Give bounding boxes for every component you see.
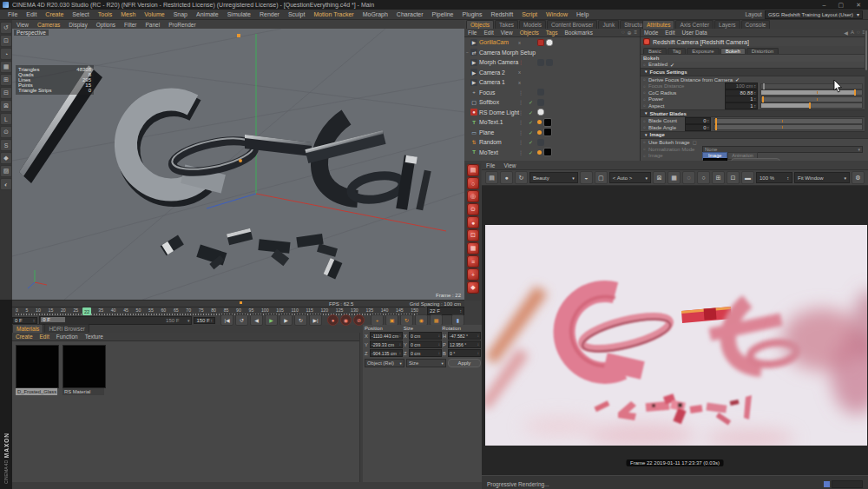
menu-item[interactable]: Character [392,11,428,17]
maximize-button[interactable]: ▢ [838,2,845,9]
visibility-dots[interactable]: ⋮ [518,139,524,145]
current-frame-marker[interactable]: 22 [82,307,91,315]
zoom-field[interactable]: 100 %↕ [756,172,792,183]
blade-count-slider[interactable] [713,118,863,124]
menu-item[interactable]: File [464,30,480,36]
attributes-scrollbar[interactable] [865,29,868,136]
object-name[interactable]: Focus [479,89,496,96]
object-tree-row[interactable]: ▢ Softbox ⋮ ✓ [464,97,640,108]
menu-item[interactable]: Motion Tracker [309,11,358,17]
viewport[interactable]: Perspective Triangles48308Quads8Lines295… [12,29,464,300]
size-field[interactable]: 0 cm↕ [409,349,442,357]
focus-marker[interactable] [237,34,240,37]
renderview-icon[interactable]: ↻ [515,171,528,184]
enabled-check-icon[interactable]: ✓ [529,129,533,135]
tool-icon[interactable]: ⊡ [0,35,12,47]
derive-checkbox[interactable]: ✓ [735,76,740,83]
object-tag-icon[interactable] [537,39,544,46]
menu-item[interactable]: MoGraph [358,11,392,17]
snapshot-select[interactable]: < Auto >▾ [609,172,651,183]
aspect-field[interactable]: 1↕ [725,102,758,109]
enabled-check-icon[interactable]: ✓ [529,149,533,155]
menu-item[interactable]: View [12,22,33,28]
tool-icon[interactable]: ◆ [0,152,12,164]
menu-item[interactable]: View [499,162,520,169]
attribute-tab[interactable]: Tag [667,48,687,54]
object-name[interactable]: GorillaCam [479,39,509,45]
object-tree-row[interactable]: ▶ Morph Camera ⋮ [464,57,640,68]
object-name[interactable]: Random [479,139,502,145]
visibility-dots[interactable]: ⋮ [518,119,524,125]
visibility-dots[interactable]: x [518,69,522,75]
playback-button[interactable]: ↻ [294,314,307,326]
tool-icon[interactable]: ◔ [0,48,12,60]
search-icon[interactable]: ◌ [621,30,625,36]
redshift-tool-icon[interactable]: ● [467,216,479,228]
attribute-tab[interactable]: Exposure [687,48,719,54]
menu-item[interactable]: Animate [192,11,223,17]
playback-button[interactable]: ▶| [309,314,322,326]
object-name[interactable]: Camera 1 [479,79,505,85]
tool-icon[interactable]: ▨ [0,165,12,177]
menu-item[interactable]: Redshift [486,11,517,17]
object-name[interactable]: Plane [479,129,494,135]
visibility-dots[interactable]: ⋮ [518,149,524,155]
object-tag-icon[interactable] [546,59,553,66]
focus-settings-header[interactable]: ▼ Focus Settings [641,68,868,76]
shutter-blades-header[interactable]: ▼ Shutter Blades [641,109,868,118]
menu-item[interactable]: File [482,162,499,169]
menu-item[interactable]: Options [92,22,120,28]
timeline-range-slider[interactable]: 0 F 150 F ▾ [39,316,192,325]
aspect-slider[interactable] [760,102,863,109]
tool-icon[interactable]: ⊞ [0,74,12,86]
panel-tab[interactable]: Takes [495,20,518,29]
redshift-tool-icon[interactable]: + [467,268,479,281]
object-name[interactable]: Camera Morph Setup [479,50,536,56]
use-bokeh-checkbox[interactable]: ◻ [693,139,697,145]
panel-tab[interactable]: Attributes [642,20,674,29]
panel-tab[interactable]: Axis Center [675,20,713,29]
viewport-camera-label[interactable]: Perspective [14,30,49,36]
renderview-icon[interactable]: ▢ [595,171,608,184]
object-tag-icon[interactable] [537,150,542,155]
lock-icon[interactable]: A [851,30,854,36]
playback-button[interactable]: ▶ [279,314,293,326]
object-tag-icon[interactable] [537,59,544,66]
record-button[interactable]: ● [327,314,339,326]
material-thumbnail[interactable] [16,345,59,388]
menu-item[interactable]: Texture [82,334,107,340]
aov-select[interactable]: Beauty▾ [529,172,578,183]
attribute-tab[interactable]: Basic [643,48,667,54]
renderview-icon[interactable]: ○ [697,171,710,184]
object-tree-row[interactable]: − ⇄ Camera Morph Setup ⋮ [464,48,640,58]
object-tag-icon[interactable] [543,148,552,156]
object-tree-row[interactable]: ⇅ Random ⋮ ✓ [464,137,640,148]
object-name[interactable]: RS Dome Light [479,109,519,116]
layout-selector[interactable]: GSG Redshift Training Layout (User)▾ [765,10,863,19]
blade-angle-slider[interactable] [713,124,863,130]
object-tree-row[interactable]: ▭ Plane ⋮ ✓ [464,128,640,138]
menu-item[interactable]: View [497,30,516,36]
tool-icon[interactable]: ⊠ [0,100,12,112]
renderview-icon[interactable]: ▤ [485,171,498,184]
redshift-tool-icon[interactable]: ▤ [467,164,479,176]
menu-item[interactable]: Edit [36,334,53,340]
menu-item[interactable]: Filter [120,22,141,28]
enabled-check-icon[interactable]: ✓ [529,119,533,125]
coc-radius-slider[interactable] [760,89,863,96]
attribute-tab[interactable]: Bokeh [720,48,746,54]
menu-item[interactable]: Create [41,11,68,17]
object-tag-icon[interactable] [546,39,553,46]
playback-button[interactable]: ▶ [265,314,278,326]
redshift-tool-icon[interactable]: ≡ [467,255,479,268]
object-tag-icon[interactable] [543,128,552,136]
panel-tab[interactable]: Materials [12,324,43,333]
menu-item[interactable]: User Data [678,30,710,36]
enabled-checkbox[interactable]: ✓ [670,62,674,68]
menu-item[interactable]: Volume [140,11,168,17]
range-slider-handle[interactable]: 0 F [41,317,65,322]
menu-item[interactable]: Tags [542,30,562,36]
panel-tab[interactable]: Content Browser [547,20,597,29]
rotation-field[interactable]: 12.956 °↕ [448,340,481,348]
panel-tab[interactable]: Models [519,20,546,29]
